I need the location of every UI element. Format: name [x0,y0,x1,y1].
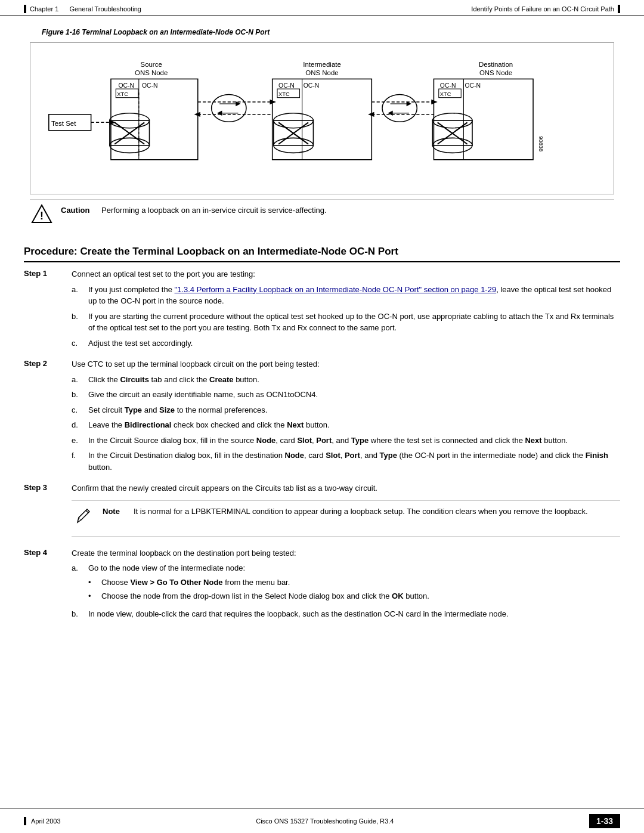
step-2d-content: Leave the Bidirectional check box checke… [88,419,620,431]
diagram-container: Source ONS Node Intermediate ONS Node De… [30,42,614,194]
step-1c: c. Adjust the test set accordingly. [72,337,620,349]
step-2-row: Step 2 Use CTC to set up the terminal lo… [24,358,620,476]
svg-text:ONS Node: ONS Node [135,69,168,76]
caution-icon: ! [30,203,54,228]
svg-marker-51 [217,111,222,116]
svg-line-65 [86,510,88,513]
svg-text:OC-N: OC-N [118,82,134,89]
svg-line-66 [79,518,81,520]
step-2d: d. Leave the Bidirectional check box che… [72,419,620,431]
svg-point-47 [212,94,246,122]
step-4-substeps: a. Go to the node view of the intermedia… [72,562,620,620]
svg-text:ONS Node: ONS Node [305,69,338,76]
svg-text:OC-N: OC-N [278,82,295,89]
procedure-heading: Procedure: Create the Terminal Loopback … [24,246,620,262]
step-4b: b. In node view, double-click the card t… [72,608,620,620]
chapter-title: General Troubleshooting [69,5,141,13]
footer-date: April 2003 [31,817,61,825]
bullet-2-content: Choose the node from the drop-down list … [101,590,620,602]
svg-text:Destination: Destination [479,61,513,68]
svg-text:OC-N: OC-N [440,82,456,89]
bullet-dot-1: • [88,577,97,589]
step-2e: e. In the Circuit Source dialog box, fil… [72,435,620,447]
step-2-label: Step 2 [24,358,72,476]
step-3-content: Confirm that the newly created circuit a… [72,482,620,541]
page-number-box: 1-33 [589,814,620,828]
svg-text:Test Set: Test Set [51,120,76,127]
step-4a: a. Go to the node view of the intermedia… [72,562,620,605]
step-2-text: Use CTC to set up the terminal loopback … [72,360,320,368]
step-2a-content: Click the Circuits tab and click the Cre… [88,374,620,386]
svg-text:ONS Node: ONS Node [479,69,512,76]
step-4-text: Create the terminal loopback on the dest… [72,549,296,558]
footer-bar-left [24,817,26,825]
step-1a-link[interactable]: "1.3.4 Perform a Facility Loopback on an… [175,285,497,294]
step-2c: c. Set circuit Type and Size to the norm… [72,404,620,416]
step-1b-label: b. [72,311,85,334]
step-4a-bullet-1: • Choose View > Go To Other Node from th… [88,577,620,589]
footer-center: Cisco ONS 15327 Troubleshooting Guide, R… [256,817,394,825]
step-2-content: Use CTC to set up the terminal loopback … [72,358,620,476]
step-4b-label: b. [72,608,85,620]
step-2b: b. Give the circuit an easily identifiab… [72,389,620,401]
svg-marker-44 [270,100,276,104]
step-4b-content: In node view, double-click the card that… [88,608,620,620]
step-2f-label: f. [72,450,85,473]
step-3-label: Step 3 [24,482,72,541]
step-4a-content: Go to the node view of the intermediate … [88,562,620,605]
svg-text:XTC: XTC [278,91,290,97]
svg-text:XTC: XTC [440,91,451,97]
header-right-text: Identify Points of Failure on an OC-N Ci… [471,5,614,13]
svg-text:OC-N: OC-N [465,82,481,89]
step-4-label: Step 4 [24,547,72,624]
step-1-substeps: a. If you just completed the "1.3.4 Perf… [72,284,620,349]
header-bar-left [24,5,26,13]
svg-text:OC-N: OC-N [304,82,320,89]
header-bar-right [618,5,620,13]
bullet-dot-2: • [88,590,97,602]
svg-text:XTC: XTC [117,91,128,97]
svg-text:!: ! [40,210,44,222]
step-2a-label: a. [72,374,85,386]
svg-text:OC-N: OC-N [142,82,158,89]
step-2-substeps: a. Click the Circuits tab and click the … [72,374,620,473]
header-right: Identify Points of Failure on an OC-N Ci… [471,5,620,13]
step-4-row: Step 4 Create the terminal loopback on t… [24,547,620,624]
step-1b-content: If you are starting the current procedur… [88,311,620,334]
step-1b: b. If you are starting the current proce… [72,311,620,334]
step-2e-label: e. [72,435,85,447]
svg-text:Intermediate: Intermediate [303,61,341,68]
step-1-row: Step 1 Connect an optical test set to th… [24,268,620,352]
note-icon [72,506,95,531]
step-1-text: Connect an optical test set to the port … [72,270,255,278]
svg-text:90838: 90838 [538,136,544,151]
step-2a: a. Click the Circuits tab and click the … [72,374,620,386]
page-footer: April 2003 Cisco ONS 15327 Troubleshooti… [0,809,644,833]
svg-marker-53 [431,100,437,104]
step-2f: f. In the Circuit Destination dialog box… [72,450,620,473]
figure-section: Figure 1-16 Terminal Loopback on an Inte… [24,28,620,234]
step-1a-label: a. [72,284,85,307]
page-header: Chapter 1 General Troubleshooting Identi… [0,0,644,16]
step-1a: a. If you just completed the "1.3.4 Perf… [72,284,620,307]
caution-label: Caution [61,206,97,215]
chapter-label: Chapter 1 [30,5,58,13]
step-4-content: Create the terminal loopback on the dest… [72,547,620,624]
main-content: Figure 1-16 Terminal Loopback on an Inte… [0,16,644,677]
figure-title: Figure 1-16 Terminal Loopback on an Inte… [42,28,620,36]
step-3-text: Confirm that the newly created circuit a… [72,484,377,493]
step-4a-label: a. [72,562,85,605]
step-2d-label: d. [72,419,85,431]
header-left: Chapter 1 General Troubleshooting [24,5,141,13]
caution-text: Performing a loopback on an in-service c… [101,206,327,215]
svg-text:Source: Source [141,61,162,68]
bullet-1-content: Choose View > Go To Other Node from the … [101,577,620,589]
step-4a-bullet-2: • Choose the node from the drop-down lis… [88,590,620,602]
step-1-label: Step 1 [24,268,72,352]
step-1-content: Connect an optical test set to the port … [72,268,620,352]
steps-container: Step 1 Connect an optical test set to th… [24,268,620,623]
step-3-row: Step 3 Confirm that the newly created ci… [24,482,620,541]
svg-marker-46 [194,112,200,117]
step-2e-content: In the Circuit Source dialog box, fill i… [88,435,620,447]
step-1c-content: Adjust the test set accordingly. [88,337,620,349]
